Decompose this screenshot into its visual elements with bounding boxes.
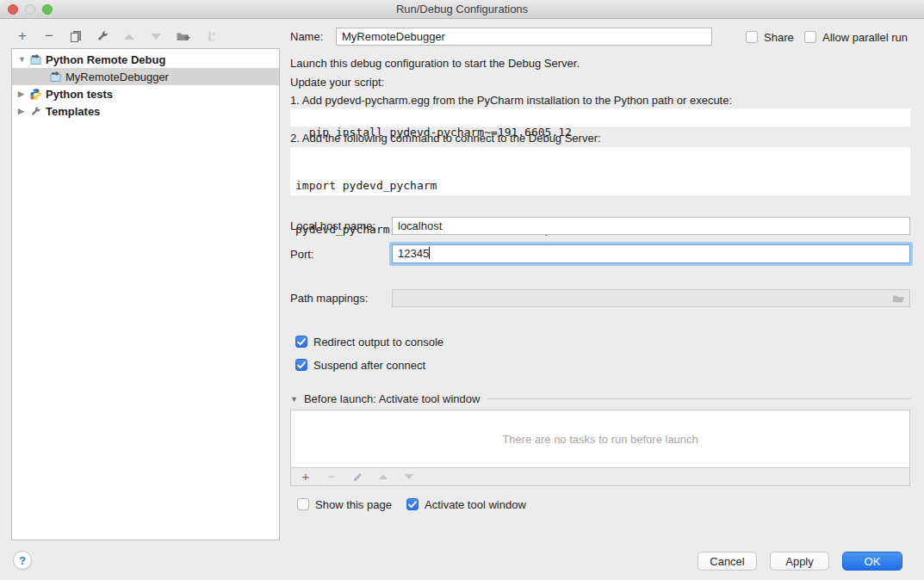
- activate-tool-window-row: Activate tool window: [406, 497, 526, 511]
- name-label: Name:: [290, 28, 323, 46]
- svg-text:z: z: [212, 37, 214, 42]
- show-this-page-row: Show this page: [297, 497, 392, 511]
- triangle-up-glyph: [124, 34, 134, 40]
- configurations-tree: ▼ Python Remote Debug MyRemoteDebugger ▶…: [11, 48, 280, 540]
- new-folder-icon[interactable]: [175, 28, 190, 44]
- svg-text:a: a: [212, 31, 215, 36]
- port-label: Port:: [290, 245, 313, 263]
- intro-text: Launch this debug configuration to start…: [290, 55, 580, 72]
- edit-task-pencil-icon: [350, 469, 365, 484]
- before-launch-task-list: There are no tasks to run before launch …: [290, 410, 910, 486]
- update-script-text: Update your script:: [290, 74, 384, 91]
- cancel-button[interactable]: Cancel: [698, 552, 757, 571]
- add-task-icon[interactable]: +: [298, 469, 313, 484]
- share-checkbox-row: Share: [746, 30, 794, 44]
- disclosure-triangle-icon[interactable]: ▼: [290, 395, 298, 404]
- redirect-output-checkbox[interactable]: [295, 336, 307, 348]
- minimize-window-button: [25, 4, 35, 15]
- minus-glyph: −: [328, 470, 336, 484]
- name-input[interactable]: MyRemoteDebugger: [336, 28, 712, 46]
- tree-item-python-remote-debug[interactable]: ▼ Python Remote Debug: [12, 51, 279, 68]
- apply-label: Apply: [785, 555, 814, 568]
- triangle-down-glyph: [151, 34, 161, 40]
- redirect-output-row: Redirect output to console: [295, 335, 443, 349]
- settrace-code-line1: import pydevd_pycharm: [295, 178, 905, 193]
- ok-button[interactable]: OK: [842, 552, 902, 571]
- add-icon[interactable]: +: [15, 28, 30, 44]
- pip-install-code: pip install pydevd-pycharm~=191.6605.12: [290, 108, 910, 126]
- cancel-label: Cancel: [710, 555, 744, 568]
- before-launch-header[interactable]: ▼ Before launch: Activate tool window: [290, 392, 910, 405]
- triangle-down-glyph: [405, 474, 413, 479]
- step2-text: 2. Add the following command to connect …: [290, 130, 601, 147]
- copy-icon[interactable]: [68, 28, 84, 44]
- share-label: Share: [764, 31, 794, 44]
- empty-tasks-message: There are no tasks to run before launch: [291, 410, 909, 467]
- remove-task-icon: −: [324, 469, 339, 484]
- local-host-value: localhost: [398, 219, 442, 232]
- run-config-icon: [49, 71, 62, 83]
- check-icon: [408, 501, 417, 509]
- task-move-down-icon: [401, 469, 417, 484]
- configurations-toolbar: + − a z: [15, 27, 217, 46]
- port-value: 12345: [398, 247, 429, 260]
- edit-defaults-wrench-icon[interactable]: [95, 28, 110, 44]
- help-button[interactable]: ?: [13, 551, 32, 570]
- chevron-right-icon[interactable]: ▶: [18, 107, 27, 115]
- before-launch-title: Before launch: Activate tool window: [304, 392, 481, 405]
- task-list-toolbar: + −: [291, 467, 909, 485]
- chevron-right-icon[interactable]: ▶: [18, 89, 27, 98]
- chevron-down-icon[interactable]: ▼: [18, 55, 27, 64]
- move-down-icon: [148, 28, 164, 44]
- title-bar: Run/Debug Configurations: [0, 0, 924, 19]
- tree-item-python-tests[interactable]: ▶ Python tests: [12, 85, 279, 102]
- tree-item-label: Python Remote Debug: [46, 53, 165, 66]
- divider: [487, 398, 910, 399]
- tree-item-label: MyRemoteDebugger: [65, 71, 169, 83]
- tree-item-templates[interactable]: ▶ Templates: [12, 102, 279, 120]
- share-checkbox[interactable]: [746, 31, 758, 43]
- apply-button[interactable]: Apply: [770, 552, 829, 571]
- allow-parallel-run-checkbox[interactable]: [804, 31, 816, 43]
- activate-tool-window-checkbox[interactable]: [406, 498, 419, 510]
- wrench-icon: [29, 105, 42, 118]
- sort-alphabetically-icon: a z: [202, 28, 217, 44]
- suspend-after-connect-checkbox[interactable]: [295, 359, 307, 371]
- help-question-mark: ?: [19, 554, 26, 567]
- close-window-button[interactable]: [8, 4, 18, 15]
- text-caret: [429, 247, 430, 259]
- suspend-after-connect-row: Suspend after connect: [295, 358, 425, 372]
- zoom-window-button[interactable]: [42, 4, 53, 15]
- show-this-page-checkbox[interactable]: [297, 498, 309, 510]
- run-config-icon: [29, 53, 42, 66]
- python-tests-icon: [29, 88, 42, 101]
- plus-glyph: +: [18, 29, 27, 43]
- remove-icon[interactable]: −: [41, 28, 57, 44]
- path-mappings-input[interactable]: [392, 289, 910, 307]
- show-this-page-label: Show this page: [315, 498, 392, 511]
- local-host-label: Local host name:: [290, 217, 375, 235]
- check-icon: [297, 361, 306, 369]
- local-host-input[interactable]: localhost: [392, 217, 910, 235]
- name-value: MyRemoteDebugger: [342, 30, 445, 43]
- step1-text: 1. Add pydevd-pycharm.egg from the PyCha…: [290, 92, 732, 109]
- traffic-lights: [8, 4, 53, 15]
- suspend-after-connect-label: Suspend after connect: [313, 359, 425, 372]
- window-title: Run/Debug Configurations: [396, 3, 528, 15]
- redirect-output-label: Redirect output to console: [313, 336, 443, 349]
- path-mappings-label: Path mappings:: [290, 289, 368, 307]
- tree-item-myremotedebugger[interactable]: MyRemoteDebugger: [12, 68, 279, 85]
- minus-glyph: −: [45, 29, 53, 43]
- plus-glyph: +: [302, 470, 310, 484]
- port-input[interactable]: 12345: [392, 244, 910, 263]
- task-move-up-icon: [375, 469, 391, 484]
- browse-folder-icon[interactable]: [892, 293, 905, 305]
- allow-parallel-run-label: Allow parallel run: [822, 31, 908, 44]
- settrace-code: import pydevd_pycharm pydevd_pycharm.set…: [290, 147, 910, 195]
- allow-parallel-checkbox-row: Allow parallel run: [804, 30, 908, 44]
- tree-item-label: Templates: [46, 105, 100, 118]
- move-up-icon: [121, 28, 137, 44]
- tree-item-label: Python tests: [46, 88, 113, 101]
- activate-tool-window-label: Activate tool window: [425, 498, 526, 511]
- ok-label: OK: [865, 555, 881, 568]
